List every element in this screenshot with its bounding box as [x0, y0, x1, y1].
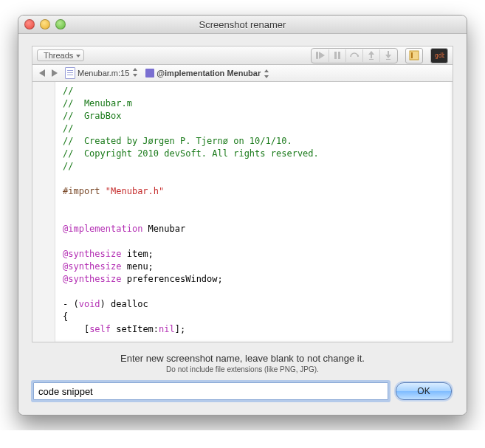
svg-rect-8 — [388, 51, 389, 55]
step-in-icon[interactable] — [379, 49, 396, 62]
threads-dropdown[interactable]: Threads — [37, 49, 84, 61]
svg-rect-2 — [334, 52, 337, 59]
dialog-window: Screenshot renamer Threads — [18, 15, 467, 416]
screenshot-preview: Threads — [32, 46, 453, 342]
close-icon[interactable] — [24, 19, 35, 30]
svg-rect-12 — [411, 52, 413, 58]
symbol-crumb[interactable]: @implementation Menubar — [142, 68, 271, 78]
ok-button[interactable]: OK — [396, 382, 452, 400]
svg-text:gdb: gdb — [435, 52, 444, 59]
input-row: OK — [32, 382, 453, 403]
svg-rect-7 — [369, 59, 374, 60]
svg-rect-0 — [316, 52, 318, 59]
svg-marker-5 — [368, 51, 374, 55]
console-icon[interactable]: gdb — [430, 48, 448, 63]
debug-controls — [311, 48, 398, 63]
filename-input[interactable] — [33, 382, 388, 400]
minimize-icon[interactable] — [40, 19, 50, 30]
window-controls — [24, 19, 66, 30]
svg-marker-1 — [319, 52, 325, 59]
svg-marker-9 — [385, 55, 391, 58]
pause-icon[interactable] — [329, 49, 345, 62]
window-title: Screenshot renamer — [18, 19, 467, 30]
file-crumb[interactable]: Menubar.m:15 — [62, 66, 140, 80]
nav-forward-icon[interactable] — [49, 69, 59, 78]
dialog-content: Threads — [18, 34, 467, 415]
code-editor[interactable]: // // Menubar.m // GrabBox // // Created… — [32, 82, 453, 342]
svg-rect-11 — [410, 51, 419, 60]
step-over-icon[interactable] — [345, 49, 362, 62]
class-icon — [145, 69, 154, 77]
nav-back-icon[interactable] — [37, 69, 47, 78]
svg-rect-3 — [338, 52, 340, 59]
svg-rect-10 — [386, 59, 391, 60]
continue-icon[interactable] — [312, 49, 329, 62]
breadcrumb-bar: Menubar.m:15 @implementation Menubar — [32, 65, 453, 82]
code-text: // // Menubar.m // GrabBox // // Created… — [55, 82, 453, 342]
svg-marker-14 — [39, 69, 45, 77]
svg-rect-6 — [371, 55, 372, 58]
step-out-icon[interactable] — [362, 49, 379, 62]
breakpoints-icon[interactable] — [405, 48, 423, 63]
zoom-icon[interactable] — [55, 19, 66, 30]
prompt-text: Enter new screenshot name, leave blank t… — [32, 342, 453, 365]
gutter[interactable] — [32, 82, 55, 342]
debugger-toolbar: Threads — [32, 46, 453, 65]
svg-marker-15 — [52, 69, 58, 77]
prompt-subtext: Do not include file extensions (like PNG… — [32, 365, 453, 382]
symbol-crumb-label: @implementation Menubar — [156, 69, 261, 77]
file-crumb-label: Menubar.m:15 — [78, 69, 129, 77]
file-icon — [65, 67, 75, 79]
titlebar[interactable]: Screenshot renamer — [18, 15, 467, 34]
